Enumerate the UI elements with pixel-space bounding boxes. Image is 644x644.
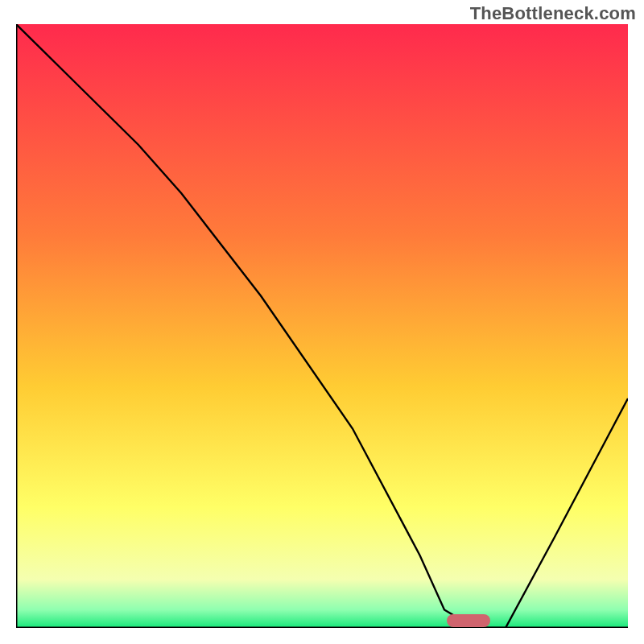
- optimum-marker: [447, 614, 490, 627]
- chart-container: { "watermark": "TheBottleneck.com", "cha…: [0, 0, 644, 644]
- watermark-text: TheBottleneck.com: [470, 3, 636, 24]
- chart-plot: [16, 24, 628, 628]
